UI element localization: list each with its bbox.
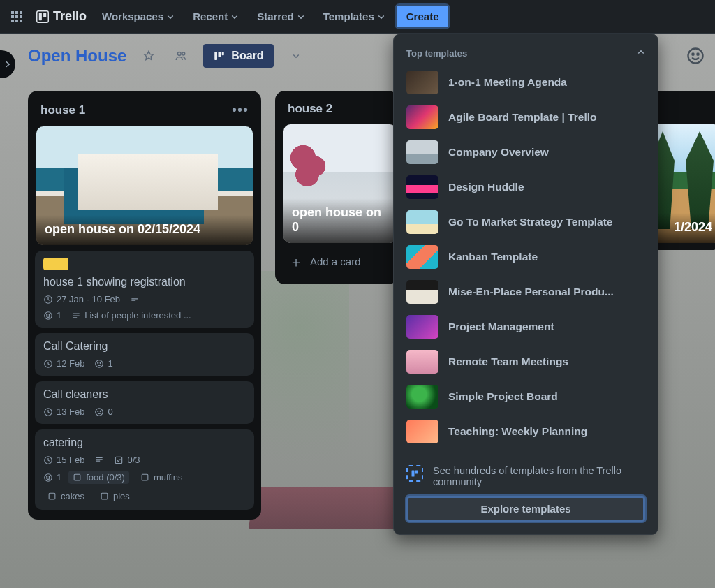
svg-rect-14 xyxy=(215,52,218,60)
svg-rect-41 xyxy=(412,471,415,477)
svg-rect-33 xyxy=(116,457,122,463)
svg-rect-3 xyxy=(11,15,14,18)
popover-title: Top templates xyxy=(406,48,467,59)
templates-popover: Top templates 1-on-1 Meeting Agenda Agil… xyxy=(393,34,658,535)
card-cleaners-call[interactable]: Call cleaners 13 Feb 0 xyxy=(35,381,254,424)
svg-point-36 xyxy=(49,476,50,477)
svg-point-30 xyxy=(98,411,98,411)
sub-checklist-cakes[interactable]: cakes xyxy=(43,490,89,503)
template-design[interactable]: Design Huddle xyxy=(399,170,652,205)
card-catering[interactable]: catering 15 Feb 0/3 1 food (0/3) muffins… xyxy=(35,429,254,510)
svg-rect-42 xyxy=(415,471,418,474)
sub-checklist-muffins[interactable]: muffins xyxy=(136,471,187,484)
svg-point-13 xyxy=(182,52,185,55)
svg-point-12 xyxy=(178,52,182,56)
date-badge: 27 Jan - 10 Feb xyxy=(43,294,120,304)
template-remote[interactable]: Remote Team Meetings xyxy=(399,344,652,379)
svg-rect-1 xyxy=(15,11,18,14)
sub-checklist-pies[interactable]: pies xyxy=(96,490,134,503)
card-catering-call[interactable]: Call Catering 12 Feb 1 xyxy=(35,333,254,376)
collapse-icon[interactable] xyxy=(637,47,645,59)
nav-starred[interactable]: Starred xyxy=(250,6,312,27)
apps-launcher[interactable] xyxy=(6,6,28,28)
popover-footer-text: See hundreds of templates from the Trell… xyxy=(433,465,645,487)
svg-rect-10 xyxy=(39,13,42,20)
description-icon xyxy=(94,455,104,465)
plus-icon: ＋ xyxy=(289,257,303,267)
nav-recent[interactable]: Recent xyxy=(186,6,246,27)
svg-point-23 xyxy=(49,314,50,315)
view-switch-caret[interactable] xyxy=(286,46,306,66)
svg-point-25 xyxy=(96,360,103,367)
svg-rect-40 xyxy=(101,493,108,499)
template-kanban[interactable]: Kanban Template xyxy=(399,240,652,274)
svg-rect-15 xyxy=(219,52,221,57)
svg-point-26 xyxy=(98,362,98,363)
card-cover-caption: open house on 02/15/2024 xyxy=(36,215,253,245)
template-teaching[interactable]: Teaching: Weekly Planning xyxy=(399,414,652,449)
svg-point-21 xyxy=(45,311,52,319)
sub-checklist-food[interactable]: food (0/3) xyxy=(68,471,129,484)
list-menu-icon[interactable]: ••• xyxy=(232,102,249,118)
template-simple[interactable]: Simple Project Board xyxy=(399,379,652,414)
brand-text: Trello xyxy=(53,9,87,24)
svg-rect-39 xyxy=(49,493,55,499)
board-title[interactable]: Open House xyxy=(28,46,126,66)
svg-rect-5 xyxy=(20,15,22,18)
svg-rect-7 xyxy=(15,20,18,22)
svg-rect-4 xyxy=(15,15,18,18)
trello-logo[interactable]: Trello xyxy=(32,9,91,24)
list-title[interactable]: house 1 xyxy=(40,103,85,117)
list-house-2: house 2 open house on 0 ＋ Add a card xyxy=(275,91,398,284)
description-tease: List of people interested ... xyxy=(71,310,191,321)
svg-rect-8 xyxy=(20,20,22,22)
svg-rect-2 xyxy=(20,11,22,14)
card-cover-house-2[interactable]: open house on 0 xyxy=(283,124,397,243)
svg-rect-37 xyxy=(74,474,80,480)
svg-rect-11 xyxy=(43,13,46,17)
svg-point-31 xyxy=(101,411,101,411)
label-yellow xyxy=(43,258,68,270)
add-card-button[interactable]: ＋ Add a card xyxy=(282,249,398,274)
svg-point-27 xyxy=(101,362,101,363)
nav-workspaces[interactable]: Workspaces xyxy=(95,6,182,27)
members-icon[interactable] xyxy=(171,46,191,66)
checklist-badge: 0/3 xyxy=(114,455,140,465)
svg-rect-16 xyxy=(222,52,224,55)
template-1on1[interactable]: 1-on-1 Meeting Agenda xyxy=(399,65,652,100)
create-button[interactable]: Create xyxy=(397,6,449,27)
svg-point-22 xyxy=(47,314,47,315)
list-title[interactable]: house 2 xyxy=(288,102,332,116)
list-house-1: house 1 ••• open house on 02/15/2024 hou… xyxy=(28,91,261,520)
template-agile[interactable]: Agile Board Template | Trello xyxy=(399,100,652,135)
template-company[interactable]: Company Overview xyxy=(399,135,652,170)
templates-community-icon xyxy=(406,465,423,482)
svg-point-29 xyxy=(96,408,103,416)
card-registration[interactable]: house 1 showing registration 27 Jan - 10… xyxy=(35,251,254,328)
board-view-button[interactable]: Board xyxy=(203,44,273,68)
svg-point-35 xyxy=(47,476,47,477)
explore-templates-button[interactable]: Explore templates xyxy=(406,496,645,522)
card-cover-caption: open house on 0 xyxy=(283,198,397,243)
card-cover-house-1[interactable]: open house on 02/15/2024 xyxy=(36,126,253,245)
svg-rect-0 xyxy=(11,11,14,14)
template-gtm[interactable]: Go To Market Strategy Template xyxy=(399,205,652,240)
svg-rect-38 xyxy=(142,474,148,480)
reaction-badge: 1 xyxy=(43,310,61,321)
svg-point-34 xyxy=(45,473,52,481)
nav-templates[interactable]: Templates xyxy=(316,6,392,27)
template-pm[interactable]: Project Management xyxy=(399,309,652,344)
star-icon[interactable] xyxy=(139,46,159,66)
svg-rect-6 xyxy=(11,20,14,22)
template-mise[interactable]: Mise-En-Place Personal Produ... xyxy=(399,274,652,309)
svg-rect-9 xyxy=(37,10,49,22)
description-icon xyxy=(130,295,140,304)
